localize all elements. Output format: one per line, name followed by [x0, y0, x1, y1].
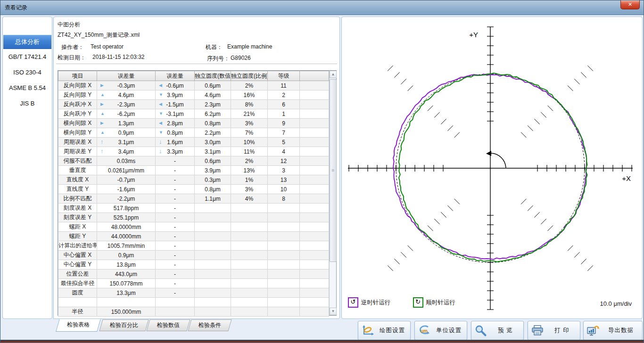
table-row[interactable]: 比例不匹配-2.2μm-1.1μm4%8 [58, 194, 329, 204]
roundness-value-cell [195, 213, 231, 222]
tab-2[interactable]: 检验百分比 [99, 319, 149, 331]
table-row[interactable]: 伺服不匹配0.03ms-0.6μm2%12 [58, 156, 329, 166]
down-arrow-icon: ↓ [159, 138, 162, 146]
table-row[interactable]: 位置公差443.0μm- [58, 270, 329, 279]
roundness-percent-cell: 4% [231, 194, 268, 204]
filler-cell [300, 81, 329, 90]
inspection-tabstrip: 检验表格检验百分比检验数值检验条件 [56, 319, 254, 332]
table-row[interactable]: 周期误差 Y↑3.4μm↓3.3μm3.1μm11%4 [58, 147, 329, 156]
tab-3[interactable]: 检验数值 [146, 319, 190, 331]
counterclockwise-run-icon: ↺ [348, 297, 358, 308]
table-row[interactable]: 中心偏置 X0.9μm- [58, 251, 329, 260]
scrollbar-up-arrow-icon[interactable]: ▲ [330, 71, 337, 78]
error-value-cell: 0.03ms [97, 156, 156, 166]
up-arrow-icon: ▲ [100, 91, 105, 99]
table-row[interactable]: 横向间隙 Y▲0.9μm▼0.8μm2.2μm7%7 [58, 128, 329, 138]
view-record-dialog: 查看记录 ✕ 总体分析GB/T 17421.4ISO 230-4ASME B 5… [0, 0, 644, 343]
preview-button[interactable]: 预 览 [471, 321, 524, 340]
machine-value: Example machine [227, 43, 272, 50]
error-value: -3.1μm [166, 111, 184, 117]
filler-cell [300, 109, 329, 119]
grade-cell: 4 [268, 147, 300, 156]
table-row[interactable]: 周期误差 X↑3.1μm↓1.6μm3.0μm10%5 [58, 138, 329, 147]
filler-cell [300, 119, 329, 128]
table-row[interactable]: 计算出的进给率1005.7mm/min- [58, 241, 329, 251]
roundness-value-cell: 3.9μm [195, 166, 231, 175]
table-row[interactable]: 螺距 Y44.0000mm- [58, 232, 329, 241]
grade-cell: 8 [268, 194, 300, 204]
error-value-cell: ▶-2.3μm [97, 100, 156, 109]
error-value-cell: 13.8μm [97, 260, 156, 270]
grade-cell [268, 213, 300, 222]
export-data-button[interactable]: 导出数据 [583, 321, 643, 340]
table-row[interactable]: 刻度误差 X517.8ppm- [58, 204, 329, 213]
error-value-cell: - [156, 194, 195, 204]
titlebar[interactable]: 查看记录 ✕ [0, 0, 644, 15]
error-value-cell: ↓1.6μm [156, 138, 195, 147]
table-row[interactable] [58, 298, 329, 307]
roundness-value-cell [195, 260, 231, 270]
table-row[interactable]: 刻度误差 Y525.1ppm- [58, 213, 329, 222]
error-value: - [174, 186, 176, 193]
error-value: - [174, 196, 176, 202]
table-row[interactable]: 螺距 X48.0000mm- [58, 222, 329, 232]
plot-legend: ↺逆时针运行↻顺时针运行 [348, 297, 455, 308]
right-arrow-icon: ▶ [100, 100, 104, 108]
sidebar-item-gb-t-17421-4[interactable]: GB/T 17421.4 [3, 50, 51, 64]
table-row[interactable]: 横向间隙 X▶1.3μm◀2.8μm0.8μm3%9 [58, 119, 329, 128]
roundness-percent-cell [231, 260, 268, 270]
error-value: 4.6μm [118, 92, 134, 98]
sidebar-item-overall-analysis[interactable]: 总体分析 [3, 35, 51, 49]
error-value-cell: - [156, 270, 195, 279]
table-row[interactable]: 反向间隙 Y▲4.6μm▼3.9μm4.6μm16%2 [58, 90, 329, 100]
filler-cell [300, 204, 329, 213]
grade-cell [268, 232, 300, 241]
circular-plot-panel: +Y+X ↺逆时针运行↻顺时针运行 10.0 μm/div [341, 16, 643, 319]
close-button[interactable]: ✕ [620, 0, 640, 9]
table-row[interactable]: 垂直度0.0261μm/mm-3.9μm13%3 [58, 166, 329, 175]
up-arrow-icon: ▲ [100, 110, 105, 118]
sidebar-item-asme-b-5-54[interactable]: ASME B 5.54 [3, 82, 51, 95]
scrollbar-thumb[interactable]: ≡ [330, 79, 337, 262]
error-value-cell: - [156, 260, 195, 270]
svg-text:+Y: +Y [469, 31, 478, 39]
error-value-cell: -2.2μm [97, 194, 156, 204]
roundness-value-cell: 0.8μm [195, 185, 231, 194]
left-arrow-icon: ◀ [159, 119, 162, 127]
window-bottom-edge [0, 340, 644, 343]
table-row[interactable]: 中心偏置 Y13.8μm- [58, 260, 329, 270]
roundness-percent-cell [231, 241, 268, 251]
table-scrollbar[interactable]: ▲ ≡ ▼ [329, 71, 336, 315]
table-row[interactable]: 反向间隙 X▶-0.3μm◀-0.6μm0.6μm2%11 [58, 81, 329, 90]
up-arrow-icon: ↑ [100, 147, 104, 155]
grade-cell [268, 260, 300, 270]
table-row[interactable]: 半径150.000mm [58, 307, 329, 317]
table-row[interactable]: 直线度 X-0.7μm-0.3μm1%13 [58, 175, 329, 185]
error-value: 1.3μm [118, 120, 134, 127]
plot-settings-button[interactable]: 绘图设置 [358, 321, 411, 340]
grade-cell [268, 307, 300, 317]
table-row[interactable]: 直线度 Y-1.6μm-0.8μm3%10 [58, 185, 329, 194]
scrollbar-down-arrow-icon[interactable]: ▼ [330, 308, 337, 315]
tab-1[interactable]: 检验表格 [56, 319, 101, 332]
table-row[interactable]: 反向跃冲 X▶-2.3μm◀-1.5μm2.3μm8%6 [58, 100, 329, 109]
table-row[interactable]: 反向跃冲 Y▲-6.2μm▼-3.1μm6.2μm21%1 [58, 109, 329, 119]
print-button[interactable]: 打 印 [528, 321, 580, 340]
error-value: - [174, 271, 176, 278]
unit-settings-button[interactable]: um单位设置 [414, 321, 467, 340]
circular-test-plot: +Y+X [342, 17, 642, 318]
sidebar-item-jis-b[interactable]: JIS B [3, 97, 51, 110]
error-value: -2.2μm [117, 196, 135, 202]
grade-cell [268, 241, 300, 251]
error-value: 13.8μm [116, 261, 135, 268]
tab-4[interactable]: 检验条件 [188, 319, 231, 331]
button-label: 打 印 [547, 327, 577, 335]
table-row[interactable]: 圆度13.3μm- [58, 288, 329, 298]
error-value: 0.0261μm/mm [108, 167, 144, 174]
serial-label: 序列号： [207, 55, 230, 63]
error-value: -1.6μm [117, 186, 135, 193]
sidebar-item-iso-230-4[interactable]: ISO 230-4 [3, 66, 51, 79]
table-row[interactable]: 最佳拟合半径150.0778mm- [58, 279, 329, 288]
error-value: 1005.7mm/min [107, 243, 145, 249]
error-value-cell: - [156, 241, 195, 251]
